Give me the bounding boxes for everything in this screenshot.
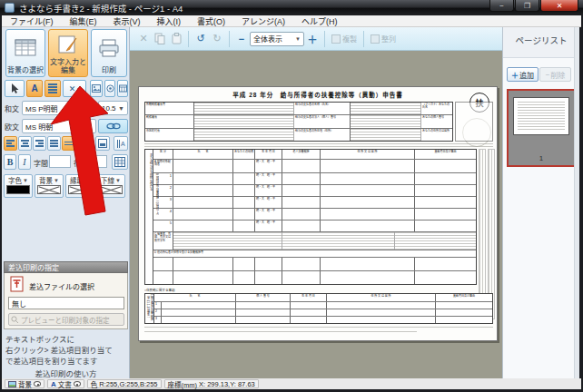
black-swatch (6, 185, 30, 194)
form-body: 所轄税務署長等給与の支払者の名称（氏名）（フリガナ）あなたの氏名税務署長給与の支… (139, 87, 499, 342)
page-list-scrollbar[interactable] (574, 27, 579, 378)
paragraph-lines-button[interactable] (44, 80, 61, 97)
form-cell (291, 302, 327, 309)
undo-icon[interactable]: ↺ (193, 31, 209, 47)
delete-object-button[interactable]: ✕ ▾ (63, 80, 86, 97)
chevron-down-icon: ▼ (115, 178, 121, 183)
valign-bottom-button[interactable] (95, 136, 110, 151)
valign-top-button[interactable] (79, 136, 94, 151)
menu-item[interactable]: ヘルプ(H) (293, 15, 346, 27)
align-right-button[interactable] (33, 136, 46, 151)
edit-toolbar: ✕ ↺ ↻ − 全体表示 ▼ ＋ 複製 整列 (130, 27, 502, 51)
eye-icon[interactable] (74, 381, 81, 387)
redo-icon[interactable]: ↻ (209, 31, 225, 47)
merge-print-panel: 差込印刷の指定 差込ファイルの選択 無し プレビューと印刷対象の指定 (4, 261, 128, 329)
menu-item[interactable]: ファイル(F) (2, 15, 62, 27)
font-size-select[interactable]: 10.5▼ (98, 101, 128, 115)
cursor-icon (10, 83, 20, 94)
obun-font-select[interactable]: MS 明朝▼ (22, 119, 96, 133)
form-cell (153, 271, 173, 284)
page-list-title: ページリスト (503, 27, 579, 46)
form-header-field (194, 115, 294, 127)
svg-text:A: A (121, 141, 125, 147)
text-tool-button[interactable]: A (26, 80, 43, 97)
menu-item[interactable]: 編集(E) (62, 15, 105, 27)
menu-item[interactable]: 挿入(I) (149, 15, 190, 27)
select-cursor-button[interactable] (5, 80, 25, 97)
insert-stamp-button[interactable] (104, 80, 115, 97)
background-select-button[interactable]: 背景の選択 (5, 29, 45, 77)
color-button-背景[interactable]: 背景▼ (35, 174, 64, 198)
form-row-b: 2明・大 昭・平 (153, 184, 476, 196)
color-button-label: 背景 (39, 175, 53, 185)
form-header-mid-label: 給与の支払者の名称（氏名） (294, 103, 351, 114)
page-list-panel: ページリスト ＋ 追加 − 削除 1 (502, 27, 579, 378)
color-button-下線[interactable]: 下線▼ (96, 174, 125, 198)
table-grid-button[interactable] (112, 154, 128, 170)
paste-icon[interactable] (168, 31, 184, 47)
status-background-layer[interactable]: 背景 (5, 379, 44, 388)
form-cell (415, 160, 476, 172)
close-button[interactable]: ✕ (540, 0, 578, 12)
zoom-in-button[interactable]: ＋ (304, 31, 321, 47)
arrange-button[interactable]: 整列 (368, 31, 399, 47)
wabun-font-select[interactable]: MS P明朝▼ (22, 101, 96, 115)
insert-image-button[interactable] (90, 80, 103, 97)
form-cell (321, 220, 415, 231)
italic-button[interactable]: I (18, 154, 31, 170)
form-cell (321, 197, 415, 208)
form-row-a-label: A 控除対象配偶者 (153, 160, 173, 172)
form-header-row: 市区町村長給与の支払者の所在地（住所）あなたの住所又は居所 (145, 128, 452, 141)
text-input-edit-button[interactable]: 文字入力と編集 (48, 29, 88, 77)
copy-icon[interactable] (152, 31, 168, 47)
merge-help-link[interactable]: 差込印刷の使い方 (5, 368, 126, 378)
merge-file-value[interactable]: 無し (8, 297, 124, 309)
print-button[interactable]: 印刷 (91, 29, 127, 77)
align-justify-button[interactable] (47, 136, 61, 151)
form-cell (321, 209, 415, 220)
merge-preview-button[interactable]: プレビューと印刷対象の指定 (8, 313, 124, 326)
char-spacing-input[interactable] (49, 155, 71, 168)
document-canvas[interactable]: 平成 28 年分 給与所得者の扶養控除等（異動）申告書 扶 所轄税務署長等給与の… (130, 51, 502, 378)
zoom-out-button[interactable]: − (233, 31, 250, 47)
page-thumbnail-image (513, 97, 569, 135)
duplicate-button[interactable]: 複製 (329, 31, 360, 47)
chevron-down-icon: ▼ (86, 105, 93, 112)
align-left-button[interactable] (4, 136, 17, 151)
form-cell (236, 309, 291, 316)
window-title: さよなら手書き2 - 新規作成 - ページ1 - A4 (19, 2, 183, 15)
insert-date-button[interactable] (117, 80, 128, 97)
font-link-button[interactable] (98, 119, 128, 133)
menu-item[interactable]: アレンジ(A) (233, 15, 293, 27)
vertical-text-button[interactable]: A (114, 136, 128, 151)
status-document-layer[interactable]: A 文書 (47, 379, 84, 388)
form-bottom-row: 2 (154, 309, 492, 316)
form-cell (162, 317, 236, 323)
align-distribute-button[interactable] (62, 136, 75, 151)
minimize-button[interactable]: − (489, 0, 514, 12)
align-center-button[interactable] (18, 136, 32, 151)
bold-button[interactable]: B (4, 154, 16, 170)
title-bar[interactable]: さよなら手書き2 - 新規作成 - ページ1 - A4 − ❐ ✕ (0, 0, 583, 15)
line-spacing-input[interactable]: 0 (89, 155, 107, 168)
form-cell (415, 209, 476, 220)
add-page-button[interactable]: ＋ 追加 (507, 67, 539, 82)
form-left-strip-label: 主たる給与から控除を受ける (145, 150, 153, 284)
color-button-字色[interactable]: 字色▼ (4, 174, 33, 198)
cut-icon[interactable]: ✕ (135, 31, 152, 47)
menu-item[interactable]: 表示(V) (105, 15, 149, 27)
zoom-level-select[interactable]: 全体表示 ▼ (250, 32, 304, 46)
menu-item[interactable]: 書式(O) (189, 15, 233, 27)
page-thumbnail-selected[interactable]: 1 (507, 89, 576, 167)
form-bottom-header-row: 氏 名個 人 番 号生 年 月 日住 所 又 は 居 所異動月日及び事由 (154, 294, 492, 301)
remove-page-button[interactable]: − 削除 (539, 67, 571, 82)
form-page[interactable]: 平成 28 年分 給与所得者の扶養控除等（異動）申告書 扶 所轄税務署長等給与の… (138, 86, 498, 341)
maximize-button[interactable]: ❐ (515, 0, 539, 12)
eye-icon[interactable] (34, 381, 41, 387)
form-header-right-label: （フリガナ）あなたの氏名 (421, 103, 452, 114)
color-button-縁取[interactable]: 縁取▼ (65, 174, 94, 198)
merge-file-select-label[interactable]: 差込ファイルの選択 (29, 281, 94, 291)
status-coordinates: 座標(mm) X: 299.13,Y: 87.63 (164, 379, 259, 388)
form-cell (415, 220, 476, 231)
form-header-field (194, 129, 294, 141)
